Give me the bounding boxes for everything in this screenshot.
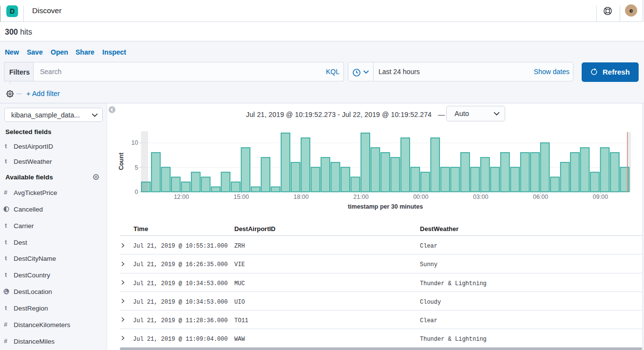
svg-text:10: 10 [132, 139, 138, 146]
svg-text:09:00: 09:00 [593, 194, 608, 200]
svg-text:06:00: 06:00 [533, 194, 548, 200]
svg-text:00:00: 00:00 [413, 194, 428, 200]
svg-text:Count: Count [118, 152, 125, 170]
svg-text:18:00: 18:00 [293, 194, 308, 200]
svg-text:5: 5 [135, 164, 138, 171]
svg-text:12:00: 12:00 [174, 194, 189, 200]
svg-text:0: 0 [135, 189, 138, 195]
svg-text:21:00: 21:00 [353, 194, 368, 200]
svg-text:03:00: 03:00 [473, 194, 488, 200]
svg-text:timestamp per 30 minutes: timestamp per 30 minutes [348, 203, 423, 210]
svg-text:15:00: 15:00 [234, 194, 249, 200]
